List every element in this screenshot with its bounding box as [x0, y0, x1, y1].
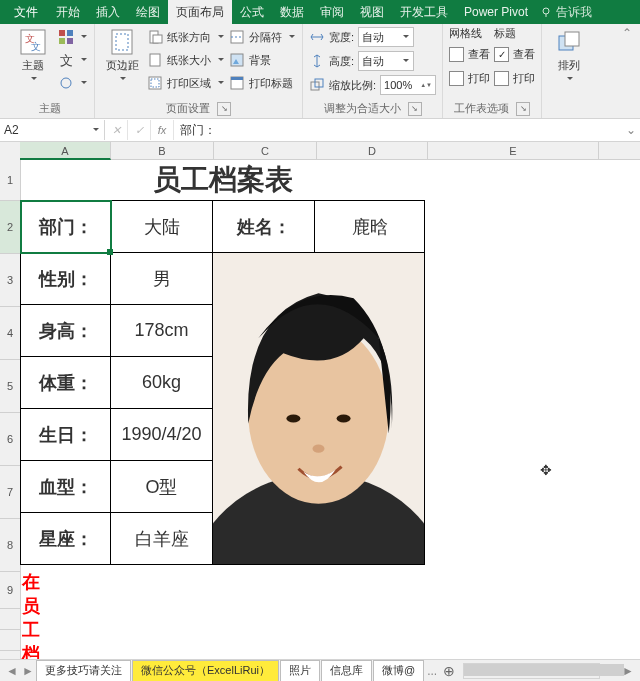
row-header-9[interactable]: 9	[0, 572, 21, 609]
cell[interactable]: 部门：	[20, 200, 111, 253]
tab-nav-next[interactable]: ►	[20, 664, 36, 678]
gridlines-label: 网格线	[449, 26, 490, 41]
cell[interactable]: 60kg	[110, 356, 213, 409]
pagesetup-dialog-launcher[interactable]: ↘	[217, 102, 231, 116]
cell[interactable]: 生日：	[20, 408, 111, 461]
cancel-formula[interactable]: ✕	[105, 120, 128, 140]
cell[interactable]: O型	[110, 460, 213, 513]
theme-colors[interactable]	[58, 26, 88, 48]
lightbulb-icon	[540, 6, 552, 18]
hscrollbar[interactable]	[463, 663, 600, 679]
row-header-7[interactable]: 7	[0, 466, 21, 519]
cell[interactable]: 大陆	[110, 200, 213, 253]
cell[interactable]: 姓名：	[212, 200, 315, 253]
row-header-5[interactable]: 5	[0, 360, 21, 413]
name-box[interactable]: A2	[0, 120, 105, 140]
svg-rect-8	[67, 38, 73, 44]
tab-home[interactable]: 开始	[48, 0, 88, 25]
fx-button[interactable]: fx	[151, 120, 174, 140]
scale-dialog-launcher[interactable]: ↘	[408, 102, 422, 116]
cell[interactable]: 体重：	[20, 356, 111, 409]
checkbox-icon	[494, 71, 509, 86]
cell[interactable]: 1990/4/20	[110, 408, 213, 461]
cell[interactable]: 血型：	[20, 460, 111, 513]
cell[interactable]: 星座：	[20, 512, 111, 565]
tab-powerpivot[interactable]: Power Pivot	[456, 1, 536, 23]
cell[interactable]: 178cm	[110, 304, 213, 357]
worksheet[interactable]: ABCDE 123456789 员工档案表 部门：大陆姓名：鹿晗性别：男身高：1…	[0, 142, 640, 659]
row-header-3[interactable]: 3	[0, 254, 21, 307]
theme-effects[interactable]	[58, 72, 88, 94]
formula-expand[interactable]: ⌄	[622, 123, 640, 137]
height-input[interactable]: 自动	[358, 51, 414, 71]
col-header-A[interactable]: A	[20, 142, 111, 160]
cell[interactable]: 鹿晗	[314, 200, 425, 253]
sheetopts-dialog-launcher[interactable]: ↘	[516, 102, 530, 116]
file-tab[interactable]: 文件	[4, 0, 48, 25]
ribbon-collapse[interactable]: ⌃	[620, 24, 634, 118]
row-header-4[interactable]: 4	[0, 307, 21, 360]
height-row: 高度:自动	[309, 50, 436, 72]
row-header-1[interactable]: 1	[0, 160, 21, 201]
formula-input[interactable]: 部门：	[174, 120, 622, 140]
enter-formula[interactable]: ✓	[128, 120, 151, 140]
select-all-corner[interactable]	[0, 142, 21, 161]
column-headers: ABCDE	[20, 142, 640, 160]
col-header-B[interactable]: B	[111, 142, 214, 160]
width-input[interactable]: 自动	[358, 27, 414, 47]
sheet-tab[interactable]: 照片	[280, 660, 320, 681]
size-icon	[147, 52, 163, 68]
tab-review[interactable]: 审阅	[312, 0, 352, 25]
gridlines-view-check[interactable]: 查看	[449, 43, 490, 65]
employee-photo[interactable]	[212, 252, 425, 565]
size-button[interactable]: 纸张大小	[147, 49, 225, 71]
hscroll-thumb[interactable]	[464, 664, 624, 676]
svg-text:文: 文	[60, 53, 73, 68]
group-pagesetup: 页边距 纸张方向 纸张大小 打印区域 分隔符 背景 打印标题 页面设置 ↘	[95, 24, 303, 118]
background-button[interactable]: 背景	[229, 49, 296, 71]
sheet-tab[interactable]: 微信公众号（ExcelLiRui）	[132, 660, 279, 681]
tab-data[interactable]: 数据	[272, 0, 312, 25]
tellme[interactable]: 告诉我	[540, 4, 592, 21]
tab-view[interactable]: 视图	[352, 0, 392, 25]
gridlines-print-check[interactable]: 打印	[449, 67, 490, 89]
headings-view-check[interactable]: ✓查看	[494, 43, 535, 65]
new-sheet-button[interactable]: ⊕	[439, 663, 459, 679]
cell[interactable]: 白羊座	[110, 512, 213, 565]
col-header-E[interactable]: E	[428, 142, 599, 160]
group-sheetoptions: 网格线 查看 打印 标题 ✓查看 打印 工作表选项 ↘	[443, 24, 542, 118]
svg-rect-29	[565, 32, 579, 46]
sheet-tab[interactable]: 信息库	[321, 660, 372, 681]
headings-label: 标题	[494, 26, 535, 41]
theme-fonts[interactable]: 文	[58, 49, 88, 71]
col-header-D[interactable]: D	[317, 142, 428, 160]
cell[interactable]: 性别：	[20, 252, 111, 305]
col-header-C[interactable]: C	[214, 142, 317, 160]
row-header-6[interactable]: 6	[0, 413, 21, 466]
tab-formulas[interactable]: 公式	[232, 0, 272, 25]
row-headers: 123456789	[0, 160, 20, 659]
row-header-2[interactable]: 2	[0, 201, 22, 254]
sheet-tab[interactable]: 微博@	[373, 660, 424, 681]
sheet-tabs: ◄ ► 更多技巧请关注微信公众号（ExcelLiRui）照片信息库微博@ ...…	[0, 659, 640, 681]
row-header-8[interactable]: 8	[0, 519, 21, 572]
scale-input[interactable]: 100%▲▼	[380, 75, 436, 95]
printarea-button[interactable]: 打印区域	[147, 72, 225, 94]
arrange-button[interactable]: 排列	[548, 26, 590, 85]
cell[interactable]: 身高：	[20, 304, 111, 357]
themes-button[interactable]: 文文 主题	[12, 26, 54, 85]
margins-button[interactable]: 页边距	[101, 26, 143, 85]
tab-nav-prev[interactable]: ◄	[4, 664, 20, 678]
orientation-button[interactable]: 纸张方向	[147, 26, 225, 48]
tab-devtools[interactable]: 开发工具	[392, 0, 456, 25]
headings-print-check[interactable]: 打印	[494, 67, 535, 89]
breaks-button[interactable]: 分隔符	[229, 26, 296, 48]
tab-draw[interactable]: 绘图	[128, 0, 168, 25]
breaks-icon	[229, 29, 245, 45]
cell[interactable]: 男	[110, 252, 213, 305]
tab-pagelayout[interactable]: 页面布局	[168, 0, 232, 25]
tab-insert[interactable]: 插入	[88, 0, 128, 25]
printtitles-button[interactable]: 打印标题	[229, 72, 296, 94]
sheet-tab[interactable]: 更多技巧请关注	[36, 660, 131, 682]
printtitles-icon	[229, 75, 245, 91]
